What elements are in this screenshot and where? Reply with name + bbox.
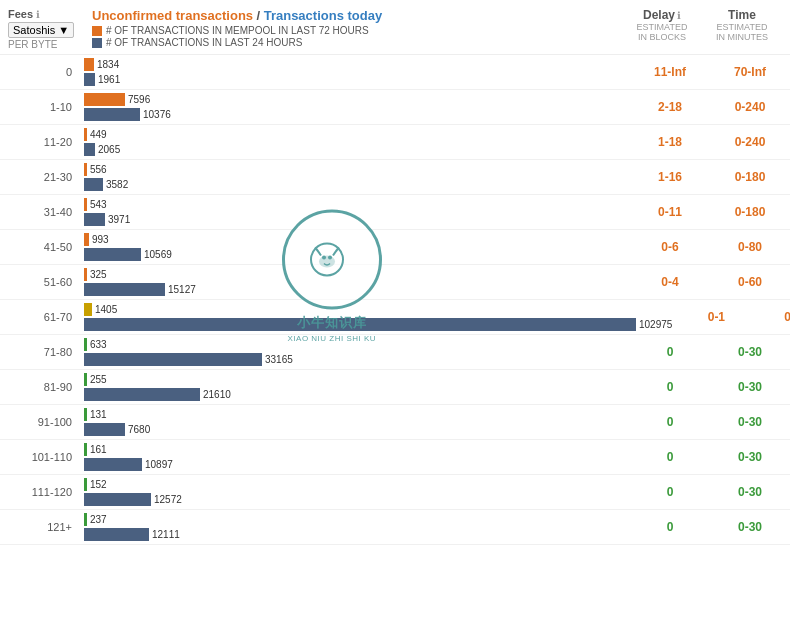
time-value: 0-30 [710, 485, 790, 499]
time-value: 0-30 [710, 415, 790, 429]
time-column-header: Time ESTIMATED IN MINUTES [702, 8, 782, 42]
chart-row: 81-902552161000-30 [0, 370, 790, 405]
chart-row: 01834196111-Inf70-Inf [0, 55, 790, 90]
bar-label-72h: 237 [90, 514, 107, 525]
time-value: 0-180 [710, 170, 790, 184]
bar-label-24h: 3971 [108, 214, 130, 225]
delay-value: 0 [630, 450, 710, 464]
bar-row-24h: 33165 [84, 352, 626, 366]
fee-label: 111-120 [0, 486, 80, 498]
bars-container: 15212572 [80, 475, 630, 509]
bar-72h [84, 128, 87, 141]
header-row: Fees ℹ Satoshis ▼ PER BYTE Unconfirmed t… [0, 8, 790, 55]
bars-container: 1405102975 [80, 300, 676, 334]
bar-row-24h: 10897 [84, 457, 626, 471]
bars-container: 5433971 [80, 195, 630, 229]
chart-row: 121+2371211100-30 [0, 510, 790, 545]
bar-24h [84, 213, 105, 226]
time-value: 0-80 [710, 240, 790, 254]
dropdown-arrow: ▼ [58, 24, 69, 36]
bar-row-24h: 102975 [84, 317, 672, 331]
chart-row: 21-3055635821-160-180 [0, 160, 790, 195]
delay-value: 1-16 [630, 170, 710, 184]
bars-container: 99310569 [80, 230, 630, 264]
legend-24h: # OF TRANSACTIONS IN LAST 24 HOURS [92, 37, 622, 48]
per-byte-label: PER BYTE [8, 39, 88, 50]
chart-row: 31-4054339710-110-180 [0, 195, 790, 230]
bar-row-24h: 1961 [84, 72, 626, 86]
bar-24h [84, 423, 125, 436]
chart-row: 61-7014051029750-10-35 [0, 300, 790, 335]
bars-container: 23712111 [80, 510, 630, 544]
main-container: Fees ℹ Satoshis ▼ PER BYTE Unconfirmed t… [0, 0, 790, 553]
delay-value: 0 [630, 345, 710, 359]
bar-24h [84, 388, 200, 401]
delay-value: 0-11 [630, 205, 710, 219]
today-label: Transactions today [264, 8, 382, 23]
bar-label-72h: 556 [90, 164, 107, 175]
bar-24h [84, 528, 149, 541]
bar-row-72h: 131 [84, 407, 626, 421]
bar-72h [84, 478, 87, 491]
fees-dropdown[interactable]: Satoshis ▼ [8, 22, 74, 38]
time-value: 0-30 [710, 450, 790, 464]
bar-label-24h: 2065 [98, 144, 120, 155]
bar-row-24h: 10569 [84, 247, 626, 261]
chart-row: 51-60325151270-40-60 [0, 265, 790, 300]
chart-row: 41-50993105690-60-80 [0, 230, 790, 265]
info-icon: ℹ [36, 9, 40, 20]
bar-24h [84, 73, 95, 86]
delay-label: Delay [643, 8, 675, 22]
delay-value: 1-18 [630, 135, 710, 149]
bar-row-72h: 325 [84, 267, 626, 281]
time-sub2: IN MINUTES [702, 32, 782, 42]
bar-label-24h: 3582 [106, 179, 128, 190]
bar-row-72h: 152 [84, 477, 626, 491]
bars-container: 63333165 [80, 335, 630, 369]
fee-label: 31-40 [0, 206, 80, 218]
bars-container: 1317680 [80, 405, 630, 439]
fees-column: Fees ℹ Satoshis ▼ PER BYTE [8, 8, 88, 50]
bar-row-72h: 1834 [84, 57, 626, 71]
bar-label-24h: 10376 [143, 109, 171, 120]
bar-row-72h: 633 [84, 337, 626, 351]
bar-label-72h: 161 [90, 444, 107, 455]
chart-row: 101-1101611089700-30 [0, 440, 790, 475]
slash-label: / [256, 8, 263, 23]
bar-label-72h: 1405 [95, 304, 117, 315]
bar-label-72h: 543 [90, 199, 107, 210]
bar-row-72h: 255 [84, 372, 626, 386]
bar-label-72h: 7596 [128, 94, 150, 105]
fee-label: 101-110 [0, 451, 80, 463]
chart-row: 71-806333316500-30 [0, 335, 790, 370]
delay-sub2: IN BLOCKS [622, 32, 702, 42]
bars-container: 25521610 [80, 370, 630, 404]
bar-24h [84, 108, 140, 121]
bar-label-24h: 10569 [144, 249, 172, 260]
chart-row: 11-2044920651-180-240 [0, 125, 790, 160]
bar-row-72h: 1405 [84, 302, 672, 316]
delay-value: 0 [630, 485, 710, 499]
bar-label-72h: 993 [92, 234, 109, 245]
fee-label: 1-10 [0, 101, 80, 113]
bar-row-72h: 993 [84, 232, 626, 246]
bar-row-24h: 12111 [84, 527, 626, 541]
bar-72h [84, 373, 87, 386]
bar-24h [84, 283, 165, 296]
bar-label-72h: 152 [90, 479, 107, 490]
bar-row-24h: 2065 [84, 142, 626, 156]
bar-row-24h: 21610 [84, 387, 626, 401]
delay-value: 0 [630, 520, 710, 534]
bar-label-24h: 12111 [152, 529, 180, 540]
delay-sub1: ESTIMATED [622, 22, 702, 32]
delay-value: 11-Inf [630, 65, 710, 79]
time-value: 0-30 [710, 380, 790, 394]
fees-label: Fees [8, 8, 33, 20]
bar-label-24h: 7680 [128, 424, 150, 435]
time-sub1: ESTIMATED [702, 22, 782, 32]
bar-label-24h: 12572 [154, 494, 182, 505]
delay-value: 0-1 [676, 310, 756, 324]
fee-label: 71-80 [0, 346, 80, 358]
bar-row-24h: 12572 [84, 492, 626, 506]
time-value: 0-35 [756, 310, 790, 324]
